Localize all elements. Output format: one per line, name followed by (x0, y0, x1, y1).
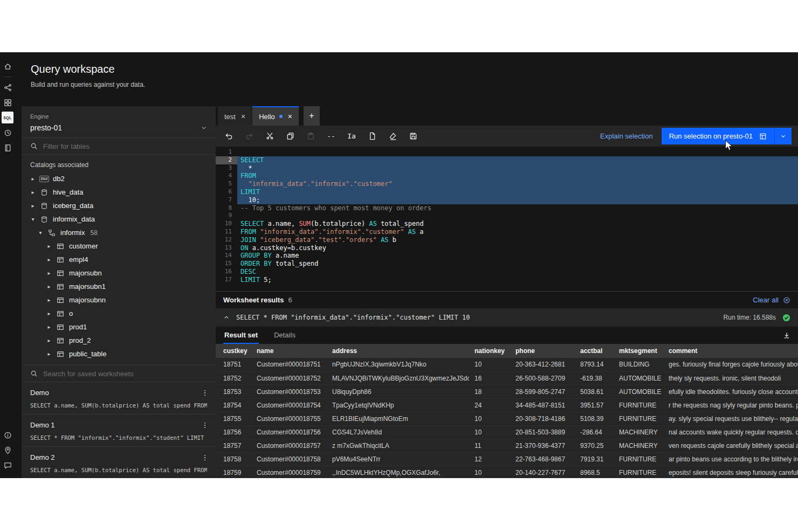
table-row[interactable]: 18751Customer#000018751nPgbUJNzIX,3qiwmk… (216, 358, 798, 371)
table-row[interactable]: 18752Customer#000018752MLAVNJQBiTWKyluBB… (216, 371, 798, 385)
copy-icon[interactable] (280, 128, 300, 145)
table-row[interactable]: 18757Customer#000018757z m7xGwkThiqcitLA… (216, 439, 798, 452)
format-icon[interactable]: Ia (342, 128, 361, 145)
tree-item-informix[interactable]: ▾informix58 (22, 226, 216, 239)
sql-editor[interactable]: 12SELECT3 *4FROM5 "informix_data"."infor… (216, 147, 798, 291)
column-header-custkey[interactable]: custkey (216, 344, 251, 358)
chevron-down-icon[interactable]: ▾ (30, 216, 36, 222)
table-cell: Customer#000018751 (251, 358, 327, 371)
chevron-right-icon[interactable]: ▸ (30, 176, 36, 182)
chevron-right-icon[interactable]: ▸ (46, 284, 52, 289)
home-icon[interactable] (2, 60, 13, 72)
tree-item-majorsubnn[interactable]: ▸majorsubnn (22, 293, 216, 307)
add-worksheet-tab-button[interactable]: + (304, 106, 320, 126)
chevron-right-icon[interactable]: ▸ (30, 189, 36, 195)
clear-icon[interactable] (383, 128, 402, 145)
filter-tables-input[interactable] (43, 142, 207, 150)
clear-all-button[interactable]: Clear all (753, 296, 779, 304)
tree-item-customer[interactable]: ▸customer (22, 239, 216, 253)
chevron-right-icon[interactable]: ▸ (46, 324, 52, 330)
tree-item-label: db2 (53, 175, 65, 183)
tree-item-public_table[interactable]: ▸public_table (22, 347, 216, 361)
tree-item-label: majorsubn1 (69, 282, 106, 291)
file-icon[interactable] (362, 128, 382, 145)
worksheet-card-demo-1[interactable]: Demo 1⋮SELECT * FROM "informix"."informi… (22, 414, 216, 446)
column-header-nationkey[interactable]: nationkey (469, 344, 510, 358)
cut-icon[interactable] (260, 128, 279, 145)
close-icon[interactable]: × (241, 112, 245, 121)
worksheet-sql-preview: SELECT a.name, SUM(b.totalprice) AS tota… (30, 402, 207, 409)
chevron-right-icon[interactable]: ▸ (46, 310, 52, 316)
table-row[interactable]: 18755Customer#000018755ELR1BIEujMiapmNGt… (216, 412, 798, 425)
tree-item-prod_2[interactable]: ▸prod_2 (22, 334, 216, 347)
tree-item-hive_data[interactable]: ▸hive_data (22, 185, 216, 199)
run-selection-button[interactable]: Run selection on presto-01 (662, 128, 774, 144)
comment-icon[interactable]: -- (321, 128, 341, 145)
chat-icon[interactable] (2, 459, 13, 471)
table-row[interactable]: 18754Customer#000018754TpaCyy1etqIVNdKHp… (216, 398, 798, 412)
run-options-dropdown[interactable] (774, 128, 792, 144)
chevron-down-icon[interactable]: ▾ (38, 230, 43, 236)
tab-result-set[interactable]: Result set (223, 328, 259, 344)
chevron-right-icon[interactable]: ▸ (46, 270, 52, 276)
code-text: * (237, 164, 798, 172)
table-cell: 10 (469, 412, 510, 425)
column-header-address[interactable]: address (327, 344, 469, 358)
run-selection-label: Run selection on presto-01 (669, 132, 753, 140)
table-cell: 5038.61 (575, 385, 614, 398)
history-icon[interactable] (2, 127, 13, 139)
table-cell: Customer#000018752 (251, 371, 327, 385)
close-icon[interactable]: × (288, 112, 292, 121)
tree-item-majorsubn[interactable]: ▸majorsubn (22, 266, 216, 280)
column-header-acctbal[interactable]: acctbal (575, 344, 614, 358)
data-grid-icon[interactable] (2, 96, 13, 108)
table-icon (56, 256, 65, 264)
tab-details[interactable]: Details (273, 328, 297, 344)
column-header-mktsegment[interactable]: mktsegment (614, 344, 663, 358)
code-text: LIMIT 5; (237, 276, 798, 284)
editor-tab-hello[interactable]: Hello× (252, 106, 299, 126)
column-header-comment[interactable]: comment (663, 344, 798, 358)
chevron-right-icon[interactable]: ▸ (46, 297, 52, 303)
worksheet-card-demo-2[interactable]: Demo 2⋮SELECT a.name, SUM(b.totalprice) … (22, 446, 216, 478)
tree-item-db2[interactable]: ▸Db2db2 (22, 172, 216, 185)
flows-icon[interactable] (2, 81, 13, 93)
collapse-result-icon[interactable] (223, 314, 230, 321)
chevron-down-icon[interactable] (201, 125, 207, 131)
table-row[interactable]: 18753Customer#000018753U8iquyDph861828-5… (216, 385, 798, 398)
download-icon[interactable] (783, 331, 790, 339)
chevron-right-icon[interactable]: ▸ (46, 337, 52, 343)
catalog-icon[interactable] (2, 142, 13, 154)
saved-worksheets-search-input[interactable] (43, 370, 207, 378)
explain-selection-button[interactable]: Explain selection (600, 132, 653, 140)
overflow-menu-icon[interactable]: ⋮ (198, 389, 211, 397)
undo-icon[interactable] (219, 128, 238, 145)
tree-item-informix_data[interactable]: ▾informix_data (22, 212, 216, 226)
table-row[interactable]: 18759Customer#000018759,,InDC5WLHktYHzQM… (216, 466, 798, 478)
table-row[interactable]: 18756Customer#000018756CGS4L7JsVeh8d1020… (216, 425, 798, 439)
editor-tab-test[interactable]: test× (218, 106, 252, 126)
tree-item-o[interactable]: ▸o (22, 307, 216, 320)
table-cell: 3951.57 (575, 398, 614, 412)
overflow-menu-icon[interactable]: ⋮ (198, 453, 211, 461)
chevron-right-icon[interactable]: ▸ (46, 257, 52, 262)
table-row[interactable]: 18758Customer#000018758pV6Mu4SeeNTrr1222… (216, 452, 798, 466)
engine-selector[interactable]: Engine presto-01 (22, 106, 216, 137)
chevron-right-icon[interactable]: ▸ (46, 243, 52, 249)
clear-all-icon[interactable] (783, 296, 790, 304)
info-icon[interactable] (2, 429, 13, 441)
result-item-header[interactable]: SELECT * FROM "informix_data"."informix"… (216, 308, 798, 327)
tree-item-prod1[interactable]: ▸prod1 (22, 320, 216, 334)
tree-item-iceberg_data[interactable]: ▸iceberg_data (22, 199, 216, 212)
chevron-right-icon[interactable]: ▸ (30, 203, 36, 209)
location-icon[interactable] (2, 444, 13, 456)
sql-icon[interactable]: SQL (2, 112, 13, 123)
tree-item-majorsubn1[interactable]: ▸majorsubn1 (22, 280, 216, 293)
chevron-right-icon[interactable]: ▸ (46, 351, 52, 357)
overflow-menu-icon[interactable]: ⋮ (198, 421, 211, 429)
save-icon[interactable] (403, 128, 423, 145)
tree-item-empl4[interactable]: ▸empl4 (22, 253, 216, 266)
worksheet-card-demo[interactable]: Demo⋮SELECT a.name, SUM(b.totalprice) AS… (22, 382, 216, 414)
column-header-name[interactable]: name (251, 344, 327, 358)
column-header-phone[interactable]: phone (510, 344, 575, 358)
